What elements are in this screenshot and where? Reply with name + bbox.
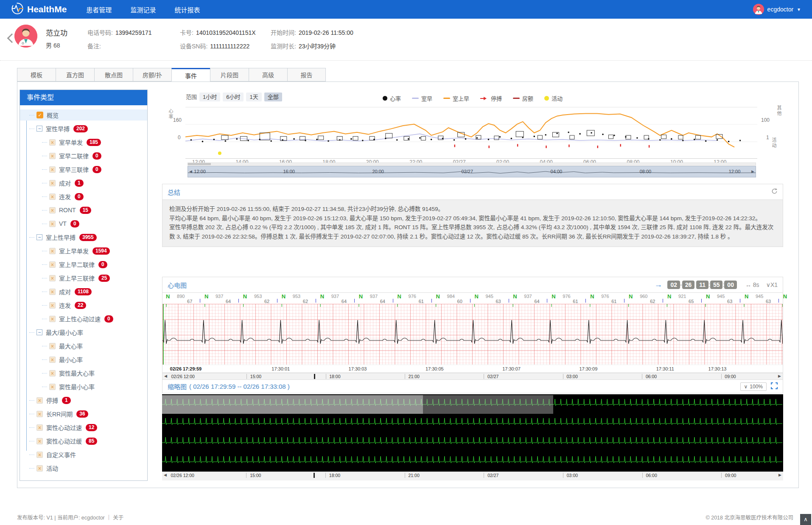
scroll-handle[interactable] xyxy=(188,163,211,165)
unchecked-checkbox-icon[interactable]: × xyxy=(49,166,56,173)
fullscreen-icon[interactable] xyxy=(771,382,778,391)
checked-checkbox-icon[interactable]: ✓ xyxy=(36,112,43,118)
nav-left-arrow-icon[interactable]: ◀ xyxy=(189,169,192,174)
tree-item-成对[interactable]: ×成对1 xyxy=(20,177,147,188)
unchecked-checkbox-icon[interactable]: × xyxy=(49,180,56,186)
nav-right-arrow-icon[interactable]: ▶ xyxy=(751,169,754,174)
unchecked-checkbox-icon[interactable]: × xyxy=(49,370,56,376)
range-button-全部[interactable]: 全部 xyxy=(264,93,282,101)
beat-marker-N: N xyxy=(166,293,170,300)
tree-item-停搏[interactable]: ×停搏1 xyxy=(20,395,147,406)
tree-item-活动[interactable]: ×活动 xyxy=(20,463,147,474)
ecg-datetime-box[interactable]: 02 xyxy=(667,281,680,289)
unchecked-checkbox-icon[interactable]: × xyxy=(36,397,43,404)
tab-片段图[interactable]: 片段图 xyxy=(210,68,249,81)
unchecked-checkbox-icon[interactable]: × xyxy=(49,343,56,349)
tree-item-室早二联律[interactable]: ×室早二联律0 xyxy=(20,150,147,161)
unchecked-checkbox-icon[interactable]: × xyxy=(36,411,43,417)
overview-navigator[interactable]: ◀▶12:0016:0020:0002/2704:0008:0012:00 xyxy=(188,166,756,177)
refresh-icon[interactable] xyxy=(771,188,778,196)
unchecked-checkbox-icon[interactable]: × xyxy=(49,384,56,390)
tree-item-室性早搏[interactable]: −室性早搏202 xyxy=(20,123,147,134)
tree-item-VT[interactable]: ×VT0 xyxy=(20,218,147,229)
scroll-left-arrow-icon[interactable]: ◀ xyxy=(164,473,167,477)
ecg-datetime-box[interactable]: 26 xyxy=(682,281,695,289)
unchecked-checkbox-icon[interactable]: × xyxy=(49,302,56,309)
overview-scroll-rail[interactable] xyxy=(188,163,756,166)
unchecked-checkbox-icon[interactable]: × xyxy=(49,207,56,213)
scroll-right-arrow-icon[interactable]: ▶ xyxy=(778,374,781,378)
tree-item-室上早三联律[interactable]: ×室上早三联律25 xyxy=(20,272,147,284)
tree-item-成对[interactable]: ×成对1108 xyxy=(20,286,147,297)
range-button-6小时[interactable]: 6小时 xyxy=(223,93,244,101)
gain-control[interactable]: ∨X1 xyxy=(766,281,778,288)
tab-高级[interactable]: 高级 xyxy=(249,68,287,81)
scroll-position-marker[interactable] xyxy=(314,374,315,379)
tree-item-长RR间期[interactable]: ×长RR间期36 xyxy=(20,408,147,419)
ecg-datetime-box[interactable]: 55 xyxy=(710,281,723,289)
menu-item-监测记录[interactable]: 监测记录 xyxy=(130,5,156,14)
brand[interactable]: HealthMe xyxy=(11,2,67,17)
thumbnail-scrollbar[interactable]: ◀▶02/26 12:0015:0018:0021:0002/2703:0006… xyxy=(162,472,783,480)
scroll-position-marker[interactable] xyxy=(314,473,315,478)
tree-item-最大/最小心率[interactable]: −最大/最小心率 xyxy=(20,327,147,338)
tab-事件[interactable]: 事件 xyxy=(171,68,210,81)
tree-item-室上早单发[interactable]: ×室上早单发1594 xyxy=(20,245,147,256)
unchecked-checkbox-icon[interactable]: × xyxy=(36,452,43,458)
tree-item-室早单发[interactable]: ×室早单发185 xyxy=(20,137,147,148)
user-menu[interactable]: ecgdoctor ▼ xyxy=(753,4,801,15)
back-to-top-button[interactable]: ∧ xyxy=(800,514,811,525)
collapse-toggle-icon[interactable]: − xyxy=(36,126,42,132)
unchecked-checkbox-icon[interactable]: × xyxy=(36,438,43,444)
ecg-datetime-box[interactable]: 11 xyxy=(696,281,708,289)
tree-item-窦性心动过速[interactable]: ×窦性心动过速12 xyxy=(20,422,147,433)
tree-item-窦性最大心率[interactable]: ×窦性最大心率 xyxy=(20,368,147,379)
menu-item-统计报表[interactable]: 统计报表 xyxy=(174,5,200,14)
tree-item-室上性早搏[interactable]: −室上性早搏3955 xyxy=(20,232,147,243)
tree-item-RONT[interactable]: ×RONT15 xyxy=(20,205,147,216)
ecg-datetime-box[interactable]: 00 xyxy=(724,281,737,289)
unchecked-checkbox-icon[interactable]: × xyxy=(49,194,56,200)
tab-房颤/扑[interactable]: 房颤/扑 xyxy=(133,68,171,81)
scroll-left-arrow-icon[interactable]: ◀ xyxy=(164,374,167,378)
unchecked-checkbox-icon[interactable]: × xyxy=(49,221,56,227)
tree-item-连发[interactable]: ×连发22 xyxy=(20,300,147,311)
menu-item-患者管理[interactable]: 患者管理 xyxy=(86,5,112,14)
tab-报告[interactable]: 报告 xyxy=(287,68,326,81)
window-width-control[interactable]: ↔ 8s xyxy=(745,281,759,288)
tree-item-窦性心动过缓[interactable]: ×窦性心动过缓85 xyxy=(20,435,147,446)
unchecked-checkbox-icon[interactable]: × xyxy=(49,316,56,322)
collapse-toggle-icon[interactable]: − xyxy=(36,329,42,335)
unchecked-checkbox-icon[interactable]: × xyxy=(36,424,43,431)
unchecked-checkbox-icon[interactable]: × xyxy=(49,357,56,363)
goto-time-arrow-icon[interactable]: → xyxy=(654,280,662,289)
thumbnail-strip[interactable] xyxy=(162,394,783,472)
unchecked-checkbox-icon[interactable]: × xyxy=(49,248,56,254)
scroll-right-arrow-icon[interactable]: ▶ xyxy=(778,473,781,477)
unchecked-checkbox-icon[interactable]: × xyxy=(49,289,56,295)
tab-直方图[interactable]: 直方图 xyxy=(56,68,94,81)
tree-item-连发[interactable]: ×连发0 xyxy=(20,191,147,202)
collapse-toggle-icon[interactable]: − xyxy=(36,234,42,240)
tab-模板[interactable]: 模板 xyxy=(17,68,56,81)
tab-散点图[interactable]: 散点图 xyxy=(94,68,133,81)
tree-item-概览[interactable]: ✓概览 xyxy=(20,109,147,121)
tree-item-室上早二联律[interactable]: ×室上早二联律0 xyxy=(20,259,147,270)
unchecked-checkbox-icon[interactable]: × xyxy=(36,465,43,472)
unchecked-checkbox-icon[interactable]: × xyxy=(49,275,56,281)
tree-item-室早三联律[interactable]: ×室早三联律0 xyxy=(20,164,147,175)
tree-item-室上性心动过速[interactable]: ×室上性心动过速0 xyxy=(20,313,147,324)
unchecked-checkbox-icon[interactable]: × xyxy=(49,261,56,268)
tree-item-最小心率[interactable]: ×最小心率 xyxy=(20,354,147,365)
unchecked-checkbox-icon[interactable]: × xyxy=(49,153,56,159)
overview-plot[interactable] xyxy=(185,107,757,159)
range-button-1天[interactable]: 1天 xyxy=(246,93,261,101)
unchecked-checkbox-icon[interactable]: × xyxy=(49,139,56,146)
thumbnail-selection-highlight[interactable] xyxy=(162,395,423,414)
tree-item-窦性最小心率[interactable]: ×窦性最小心率 xyxy=(20,381,147,392)
tree-item-最大心率[interactable]: ×最大心率 xyxy=(20,340,147,351)
range-button-1小时[interactable]: 1小时 xyxy=(199,93,220,101)
ecg-strip[interactable] xyxy=(162,304,783,365)
tree-item-自定义事件[interactable]: ×自定义事件 xyxy=(20,449,147,460)
thumbnail-zoom-select[interactable]: ∨ 100% xyxy=(740,382,767,391)
